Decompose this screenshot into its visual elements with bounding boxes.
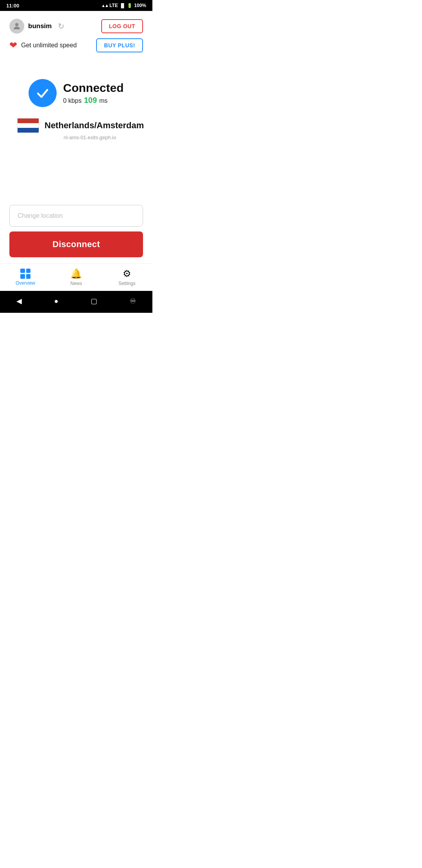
logout-button[interactable]: LOG OUT (101, 19, 143, 33)
battery-icon: 🔋 (127, 3, 132, 8)
connected-check-icon (29, 79, 57, 107)
username-label: bunsim (28, 22, 52, 30)
location-row: Netherlands/Amsterdam (17, 118, 144, 133)
wifi-icon: ▴ (101, 3, 108, 8)
connection-section: Connected 0 kbps 109 ms Netherlands/Am (9, 79, 143, 140)
status-bar: 11:00 ▴ LTE ▐▌ 🔋 100% (0, 0, 152, 11)
promo-left: ❤ Get unlimited speed (9, 40, 77, 51)
gear-icon: ⚙ (123, 268, 131, 279)
latency-unit: ms (99, 97, 107, 104)
home-button[interactable]: ● (54, 297, 59, 305)
promo-text: Get unlimited speed (21, 42, 77, 49)
time-display: 11:00 (6, 3, 19, 9)
bottom-controls: Disconnect (0, 205, 152, 264)
battery-level: 100% (134, 3, 146, 8)
nav-overview-label: Overview (16, 280, 35, 286)
overview-icon (20, 269, 30, 279)
bell-icon: 🔔 (70, 268, 82, 279)
disconnect-button[interactable]: Disconnect (9, 231, 143, 257)
netherlands-flag (17, 118, 39, 133)
connected-label: Connected (63, 81, 123, 94)
speed-info: 0 kbps 109 ms (63, 96, 123, 105)
connection-info: Connected 0 kbps 109 ms (63, 81, 123, 105)
user-section: bunsim ↻ (9, 19, 64, 34)
location-info: Netherlands/Amsterdam (45, 120, 144, 131)
change-location-input[interactable] (9, 205, 143, 227)
refresh-icon[interactable]: ↻ (58, 22, 64, 31)
signal-icon: ▐▌ (120, 3, 126, 8)
promo-row: ❤ Get unlimited speed BUY PLUS! (9, 38, 143, 52)
speed-value: 0 kbps (63, 97, 81, 104)
heart-icon: ❤ (9, 40, 17, 51)
svg-point-0 (15, 23, 18, 26)
system-nav: ◀ ● ▢ ♾ (0, 291, 152, 313)
back-button[interactable]: ◀ (16, 297, 22, 305)
nav-news[interactable]: 🔔 News (51, 268, 102, 286)
recents-button[interactable]: ▢ (91, 297, 97, 305)
accessibility-button[interactable]: ♾ (130, 297, 136, 305)
header-row: bunsim ↻ LOG OUT (9, 19, 143, 34)
nav-settings[interactable]: ⚙ Settings (102, 268, 152, 286)
nav-overview[interactable]: Overview (0, 269, 51, 286)
main-content: bunsim ↻ LOG OUT ❤ Get unlimited speed B… (0, 11, 152, 205)
bottom-nav: Overview 🔔 News ⚙ Settings (0, 264, 152, 291)
server-address: nl-ams-01.exits.geph.io (64, 135, 116, 140)
connection-top: Connected 0 kbps 109 ms (29, 79, 123, 107)
lte-label: LTE (109, 3, 118, 8)
nav-settings-label: Settings (118, 281, 135, 286)
nav-news-label: News (70, 281, 82, 286)
avatar-icon (9, 19, 24, 34)
buy-plus-button[interactable]: BUY PLUS! (96, 38, 143, 52)
location-label: Netherlands/Amsterdam (45, 120, 144, 130)
latency-value: 109 (84, 96, 97, 105)
